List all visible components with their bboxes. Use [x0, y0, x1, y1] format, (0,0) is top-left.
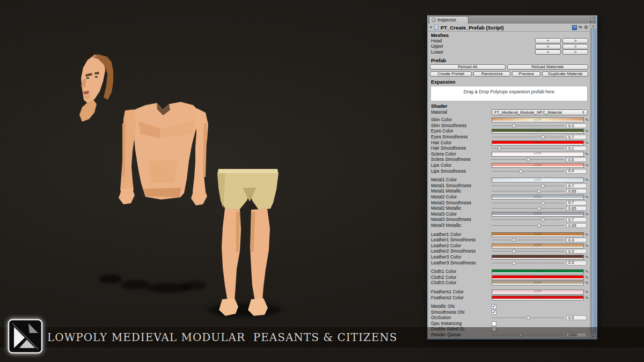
- gear-icon[interactable]: ⚙: [584, 25, 588, 30]
- slider-knob[interactable]: [526, 316, 530, 320]
- slider-knob[interactable]: [541, 135, 545, 139]
- eyedropper-icon[interactable]: ✎: [583, 289, 590, 295]
- next-head-button[interactable]: >: [562, 38, 588, 43]
- prev-lower-button[interactable]: <: [535, 49, 561, 55]
- smoothness-on-checkbox[interactable]: ✔: [492, 310, 496, 315]
- leather2-smoothness-value[interactable]: 0.3: [566, 249, 587, 254]
- eyedropper-icon[interactable]: ✎: [583, 243, 590, 249]
- inspector-scrollbar[interactable]: ▲ ▼: [590, 24, 596, 338]
- eyedropper-icon[interactable]: ✎: [583, 151, 590, 157]
- next-lower-button[interactable]: >: [562, 49, 588, 55]
- legs-model[interactable]: [217, 169, 279, 316]
- slider-knob[interactable]: [537, 189, 541, 193]
- slider-knob[interactable]: [512, 124, 516, 128]
- metal1-color-swatch[interactable]: HDR: [492, 178, 584, 182]
- slider-knob[interactable]: [537, 224, 541, 227]
- eyedropper-icon[interactable]: ✎: [583, 140, 590, 146]
- leather2-color-swatch[interactable]: HDR: [492, 243, 584, 248]
- leather3-smoothness-slider[interactable]: [492, 261, 564, 265]
- occlusion-value[interactable]: 0.5: [566, 315, 587, 320]
- script-component-header[interactable]: ▼ PT_Create_Prefab (Script) ⇆ ⚙: [428, 24, 590, 32]
- duplicate-material-button[interactable]: Duplicate Material: [542, 71, 588, 77]
- slider-knob[interactable]: [526, 158, 530, 161]
- metallic-on-checkbox[interactable]: ✔: [492, 304, 496, 309]
- sclera-color-swatch[interactable]: HDR: [492, 152, 584, 157]
- slider-knob[interactable]: [541, 201, 545, 205]
- slider-knob[interactable]: [512, 249, 516, 253]
- cloth1-color-swatch[interactable]: HDR: [492, 269, 584, 274]
- hair-color-swatch[interactable]: HDR: [492, 141, 584, 145]
- lips-smoothness-value[interactable]: 0.4: [566, 169, 587, 174]
- leather3-smoothness-value[interactable]: 0.3: [566, 261, 587, 265]
- slider-knob[interactable]: [497, 146, 501, 150]
- script-asset-icon[interactable]: [572, 25, 577, 30]
- reload-materials-button[interactable]: Reload Materials: [507, 64, 588, 70]
- eyedropper-icon[interactable]: ✎: [583, 177, 590, 183]
- occlusion-slider[interactable]: [492, 315, 564, 320]
- eyedropper-icon[interactable]: ✎: [583, 117, 590, 123]
- skin-smoothness-value[interactable]: 0.3: [566, 123, 587, 128]
- window-close-icon[interactable]: ✕: [592, 16, 595, 19]
- eyedropper-icon[interactable]: ✎: [583, 211, 590, 217]
- material-dropdown[interactable]: PT_Medieval_Modular_NPC_Material: [492, 109, 588, 115]
- metal1-smoothness-slider[interactable]: [492, 183, 564, 188]
- metal3-metallic-slider[interactable]: [492, 223, 564, 228]
- metal3-smoothness-slider[interactable]: [492, 217, 564, 222]
- lips-color-swatch[interactable]: HDR: [492, 163, 584, 168]
- eyes-color-swatch[interactable]: HDR: [492, 129, 584, 134]
- eyedropper-icon[interactable]: ✎: [583, 128, 590, 134]
- metal2-smoothness-value[interactable]: 0.7: [566, 201, 587, 205]
- slider-knob[interactable]: [519, 169, 523, 173]
- eyedropper-icon[interactable]: ✎: [583, 280, 590, 286]
- leather1-smoothness-value[interactable]: 0.3: [566, 238, 587, 242]
- metal2-smoothness-slider[interactable]: [492, 201, 564, 205]
- metal2-metallic-value[interactable]: 0.65: [566, 206, 587, 211]
- eyedropper-icon[interactable]: ✎: [583, 269, 590, 275]
- metal1-metallic-slider[interactable]: [492, 189, 564, 194]
- randomize-button[interactable]: Randomize: [473, 71, 510, 77]
- metal2-metallic-slider[interactable]: [492, 206, 564, 211]
- scroll-up-icon[interactable]: ▲: [590, 24, 596, 27]
- lock-icon[interactable]: ●: [590, 20, 592, 23]
- eyedropper-icon[interactable]: ✎: [583, 254, 590, 260]
- expansion-dropzone[interactable]: Drag & Drop Polytope expansion prefab he…: [430, 86, 588, 101]
- hair-smoothness-value[interactable]: 0.1: [566, 146, 587, 151]
- foldout-icon[interactable]: ▼: [429, 26, 433, 29]
- metal3-smoothness-value[interactable]: 0.7: [566, 217, 587, 222]
- scrollbar-thumb[interactable]: [591, 28, 596, 334]
- slider-knob[interactable]: [512, 238, 516, 242]
- torso-model[interactable]: [119, 102, 208, 205]
- metal3-color-swatch[interactable]: HDR: [492, 212, 584, 217]
- metal1-metallic-value[interactable]: 0.65: [566, 189, 587, 194]
- tab-inspector[interactable]: ⓘ Inspector: [429, 16, 469, 24]
- reload-all-button[interactable]: Reload All: [430, 64, 506, 70]
- preview-button[interactable]: Preview: [512, 71, 540, 77]
- sclera-smoothness-value[interactable]: 0.5: [566, 157, 587, 162]
- eyes-smoothness-value[interactable]: 0.7: [566, 135, 587, 139]
- metal1-smoothness-value[interactable]: 0.7: [566, 183, 587, 188]
- lips-smoothness-slider[interactable]: [492, 169, 564, 174]
- slider-knob[interactable]: [541, 218, 545, 221]
- slider-knob[interactable]: [541, 184, 545, 188]
- eyes-smoothness-slider[interactable]: [492, 135, 564, 139]
- cloth2-color-swatch[interactable]: HDR: [492, 275, 584, 280]
- sclera-smoothness-slider[interactable]: [492, 157, 564, 162]
- feathers1-color-swatch[interactable]: HDR: [492, 290, 584, 294]
- create-prefab-button[interactable]: Create Prefab: [430, 71, 472, 77]
- eyedropper-icon[interactable]: ✎: [583, 294, 590, 300]
- leather1-smoothness-slider[interactable]: [492, 238, 564, 242]
- window-minimize-icon[interactable]: ▪: [590, 16, 591, 19]
- head-model[interactable]: [79, 54, 113, 122]
- slider-knob[interactable]: [537, 206, 541, 210]
- prev-upper-button[interactable]: <: [535, 44, 561, 49]
- hair-smoothness-slider[interactable]: [492, 146, 564, 151]
- gpu-instancing-checkbox[interactable]: [492, 321, 496, 326]
- eyedropper-icon[interactable]: ✎: [583, 232, 590, 238]
- cloth3-color-swatch[interactable]: HDR: [492, 280, 584, 285]
- prev-head-button[interactable]: <: [535, 38, 561, 43]
- leather1-color-swatch[interactable]: HDR: [492, 232, 584, 237]
- leather2-smoothness-slider[interactable]: [492, 249, 564, 254]
- metal2-color-swatch[interactable]: HDR: [492, 195, 584, 200]
- next-upper-button[interactable]: >: [562, 44, 588, 49]
- feathers2-color-swatch[interactable]: HDR: [492, 295, 584, 300]
